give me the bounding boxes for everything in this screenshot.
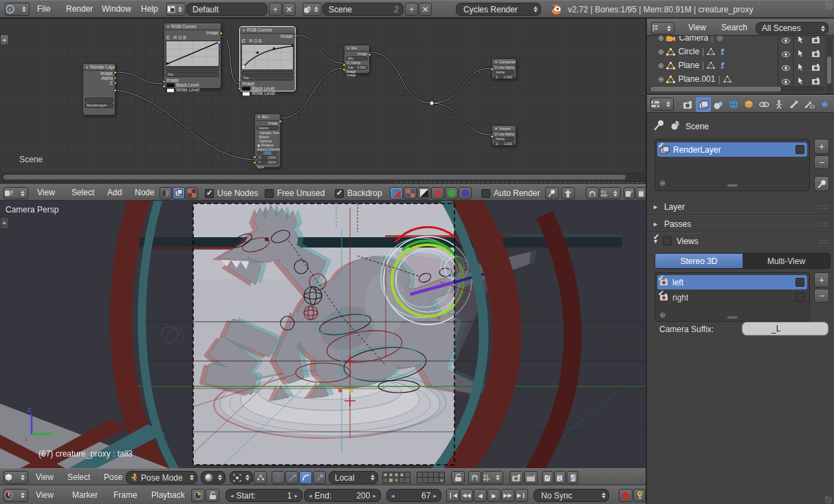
menu-help[interactable]: Help [135,4,164,14]
backdrop-blue-button[interactable] [459,187,472,199]
menu-file[interactable]: File [32,4,56,14]
play-reverse-button[interactable]: ◀ [474,489,487,502]
node-blur[interactable]: ▼Blur Image Gauss ◦ Variable Size ◦ Boke… [254,113,281,168]
shading-select[interactable] [201,471,226,484]
list-add-icon[interactable]: ⊕ [659,179,666,188]
snap-element-select[interactable] [482,471,503,484]
delete-layout-button[interactable]: ✕ [283,3,296,16]
outliner-item-camera[interactable]: ⊕ Camera | [658,36,724,45]
screen-layout-browse-button[interactable] [166,3,186,16]
node-region-expand-button[interactable]: + [0,34,9,45]
view-right-checkbox[interactable] [795,293,804,302]
menu-render[interactable]: Render [61,4,98,14]
area-resize-grip[interactable] [825,496,832,503]
snap-toggle-button[interactable] [586,187,599,199]
node-menu-node[interactable]: Node [129,188,160,197]
node-rgb-curves-1[interactable]: ▼RGB Curves Image C RGB Fac Image Black … [164,23,221,89]
view3d-menu-select[interactable]: Select [62,472,96,482]
pin-id-icon[interactable] [654,120,665,131]
window-grip[interactable] [826,3,833,10]
panel-drag-grip[interactable]: :::: [819,238,828,245]
pin-render-layer-button[interactable] [814,176,829,191]
use-nodes-checkbox[interactable] [205,189,214,198]
panel-views[interactable]: ▼ Views :::: [652,234,828,248]
views-format-multiview[interactable]: Multi-View [743,254,830,268]
panel-passes[interactable]: ► Passes :::: [652,217,828,231]
sync-mode-select[interactable]: No Sync [534,489,609,502]
outliner-vscrollbar[interactable] [826,37,832,100]
mode-select[interactable]: Pose Mode [126,471,197,484]
play-button[interactable]: ▶ [487,489,501,502]
remove-view-button[interactable]: − [814,289,829,303]
manipulator-center-button[interactable] [254,471,267,484]
next-keyframe-button[interactable]: ▶▶ [501,489,514,502]
paste-nodes-button[interactable] [635,187,646,199]
render-layer-row[interactable]: RenderLayer [657,142,807,157]
tab-bone-constraints[interactable] [802,97,817,112]
node-menu-add[interactable]: Add [102,188,127,197]
views-enable-checkbox[interactable] [663,237,672,245]
node-hscrollbar-thumb[interactable] [3,175,626,179]
backdrop-green-button[interactable] [445,187,458,199]
tab-scene[interactable] [711,97,726,112]
manipulator-scale-button[interactable] [313,471,326,484]
add-render-layer-button[interactable]: + [814,139,829,154]
lock-to-scene-button[interactable] [451,471,465,484]
tab-physics[interactable] [817,97,832,112]
frame-end-field[interactable]: ◂ End: 200 ▸ [304,489,381,502]
pin-nodetree-button[interactable] [545,187,559,199]
current-frame-field[interactable]: ◂ 67 ▸ [386,489,441,502]
node-menu-view[interactable]: View [32,188,61,197]
render-opengl-button[interactable] [509,471,523,484]
paste-flipped-pose-button[interactable] [567,471,578,484]
node-hscrollbar[interactable] [1,173,646,182]
tab-render-layers[interactable] [696,97,711,112]
menu-window[interactable]: Window [96,4,137,14]
view3d-menu-pose[interactable]: Pose [98,472,128,482]
camera-suffix-field[interactable]: _L [742,322,828,336]
use-preview-range-button[interactable] [191,489,205,502]
tab-object-data[interactable] [771,97,787,112]
list-resize-grip[interactable]: ══ [727,182,737,189]
view-left-checkbox[interactable] [795,278,804,287]
prev-keyframe-button[interactable]: ◀◀ [460,489,473,502]
delete-scene-button[interactable]: ✕ [419,3,432,16]
curve-graph[interactable] [166,41,219,67]
outliner-item-plane[interactable]: ⊕ Plane | [658,58,726,72]
curve-graph[interactable] [241,44,294,70]
outliner-hscrollbar[interactable] [649,86,824,92]
timeline-menu-view[interactable]: View [30,490,59,500]
editor-type-node-button[interactable] [3,187,28,199]
tab-world[interactable] [726,97,741,112]
add-layout-button[interactable]: + [269,3,282,16]
node-rgb-curves-2[interactable]: ▼RGB Curves Image C RGB Fac Image Black … [239,26,296,91]
add-view-button[interactable]: + [814,272,829,287]
editor-type-properties-button[interactable] [650,98,674,111]
list-resize-grip[interactable]: ══ [727,314,737,321]
node-menu-select[interactable]: Select [66,188,100,197]
backdrop-red-button[interactable] [431,187,444,199]
backdrop-z-button[interactable] [417,187,430,199]
tab-bone[interactable] [787,97,802,112]
editor-type-view3d-button[interactable] [3,471,28,484]
outliner-menu-view[interactable]: View [683,23,712,32]
list-add-icon[interactable]: ⊕ [659,311,666,320]
viewport-canvas[interactable]: z y x Camera Persp (67) creature_proxy :… [0,201,647,468]
pivot-point-select[interactable] [230,471,253,484]
manipulator-toggle-button[interactable] [272,471,285,484]
tab-render[interactable] [681,97,696,112]
breadcrumb-scene[interactable]: Scene [685,122,709,131]
tree-type-texture-button[interactable] [186,187,198,199]
manipulator-rotate-button[interactable] [299,471,312,484]
view-row-right[interactable]: right [657,290,807,305]
tree-type-compositing-button[interactable] [173,187,185,199]
jump-to-start-button[interactable]: ❙◀ [446,489,459,502]
node-mix[interactable]: ▼Mix Image Mix ☑ Clamp Fac 0.500 Image I… [344,45,370,74]
backdrop-checkbox[interactable] [335,189,344,198]
node-editor-canvas[interactable]: ▼Render Layers Image Alpha Z RenderLayer… [0,18,648,184]
render-layer-use-checkbox[interactable] [795,145,804,154]
timeline-menu-marker[interactable]: Marker [67,490,103,500]
render-engine-select[interactable]: Cycles Render [456,3,541,16]
panel-drag-grip[interactable]: :::: [819,204,828,210]
copy-nodes-button[interactable] [624,187,635,199]
